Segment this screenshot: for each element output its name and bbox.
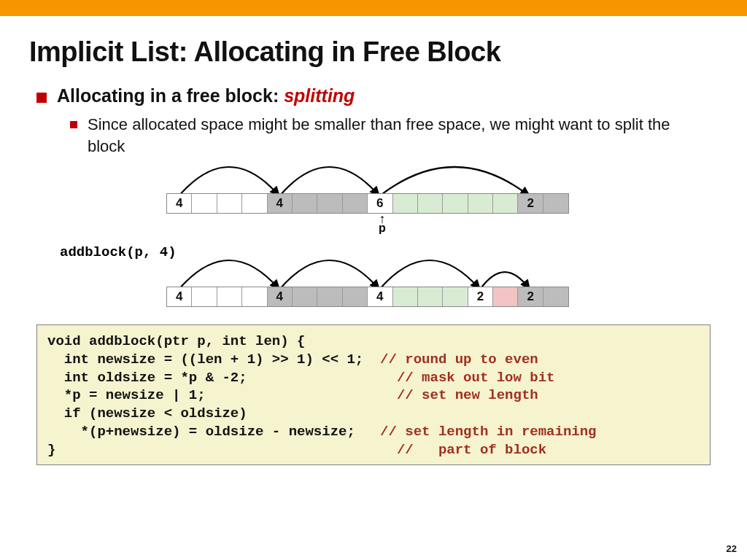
diagram-after-wrap: addblock(p, 4) 44422 xyxy=(29,243,718,316)
heap-cell: 4 xyxy=(167,194,192,213)
bullet-main-em: splitting xyxy=(284,85,355,106)
code-box: void addblock(ptr p, int len) { int news… xyxy=(36,324,711,465)
heap-cell xyxy=(242,194,267,213)
heap-cell xyxy=(393,194,418,213)
page-number: 22 xyxy=(727,543,737,554)
heap-cell: 2 xyxy=(518,287,543,306)
heap-cell: 2 xyxy=(518,194,543,213)
heap-cell: 4 xyxy=(368,287,392,306)
code-line: } // part of block xyxy=(47,441,700,459)
pointer-p: ↑ p xyxy=(375,215,390,235)
code-line: void addblock(ptr p, int len) { xyxy=(47,332,700,351)
code-line: int newsize = ((len + 1) >> 1) << 1; // … xyxy=(47,351,700,369)
page-title: Implicit List: Allocating in Free Block xyxy=(29,36,718,68)
heap-cell xyxy=(217,287,242,306)
bullet-main: Allocating in a free block: splitting xyxy=(29,85,718,106)
bullet-square-icon xyxy=(36,93,47,103)
heap-cell xyxy=(493,287,518,306)
diagram-after-blocks: 44422 xyxy=(166,287,569,307)
heap-cell xyxy=(242,287,267,306)
heap-cell xyxy=(343,194,368,213)
accent-bar xyxy=(0,0,747,16)
heap-cell xyxy=(543,194,568,213)
pointer-label: p xyxy=(379,222,386,234)
diagram-before: 4462 ↑ p xyxy=(29,163,718,243)
heap-cell xyxy=(418,287,443,306)
heap-cell xyxy=(192,194,217,213)
heap-cell xyxy=(217,194,242,213)
heap-cell: 4 xyxy=(268,287,293,306)
heap-cell xyxy=(317,194,342,213)
code-line: *p = newsize | 1; // set new length xyxy=(47,386,700,405)
bullet-sub-square-icon xyxy=(70,121,77,128)
heap-cell xyxy=(293,194,317,213)
heap-cell: 4 xyxy=(167,287,192,306)
slide-body: Implicit List: Allocating in Free Block … xyxy=(0,16,747,465)
heap-cell xyxy=(468,194,493,213)
heap-cell xyxy=(443,194,468,213)
heap-cell xyxy=(343,287,368,306)
code-line: *(p+newsize) = oldsize - newsize; // set… xyxy=(47,423,700,441)
code-line: int oldsize = *p & -2; // mask out low b… xyxy=(47,369,700,387)
diagram-before-blocks: 4462 xyxy=(166,193,569,214)
heap-cell xyxy=(493,194,518,213)
code-line: if (newsize < oldsize) xyxy=(47,405,700,423)
heap-cell xyxy=(293,287,317,306)
heap-cell xyxy=(192,287,217,306)
diagram-after: 44422 xyxy=(29,256,718,314)
heap-cell xyxy=(543,287,568,306)
heap-cell xyxy=(317,287,342,306)
heap-cell xyxy=(393,287,418,306)
bullet-main-plain: Allocating in a free block: xyxy=(57,85,284,106)
heap-cell xyxy=(418,194,443,213)
heap-cell: 6 xyxy=(368,194,392,213)
bullet-sub: Since allocated space might be smaller t… xyxy=(70,114,718,157)
heap-cell: 2 xyxy=(468,287,493,306)
bullet-sub-text: Since allocated space might be smaller t… xyxy=(88,114,700,157)
bullet-main-text: Allocating in a free block: splitting xyxy=(57,85,355,106)
heap-cell xyxy=(443,287,468,306)
heap-cell: 4 xyxy=(268,194,293,213)
